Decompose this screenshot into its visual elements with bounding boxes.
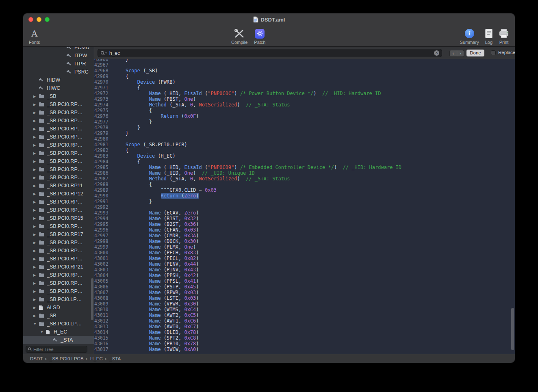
disclosure-closed-icon[interactable]: ▶ [33, 225, 39, 228]
tree-item-pcmd[interactable]: PCMD [23, 47, 94, 52]
code-line[interactable]: 42971 { [94, 85, 515, 91]
code-line[interactable]: 42989 ^^^GFX0.CLID = 0x03 [94, 187, 515, 193]
code-line[interactable]: 42987 Method (_STA, 0, NotSerialized) //… [94, 176, 515, 182]
code-line[interactable]: 43002 Name (PENV, 0x44) [94, 261, 515, 267]
tree-item--sb-pci0-rp17[interactable]: ▶_SB.PCI0.RP17 [23, 230, 94, 238]
disclosure-closed-icon[interactable]: ▶ [33, 249, 39, 253]
code-line[interactable]: 43006 Name (PSTP, 0x45) [94, 284, 515, 290]
tree-item-itpr[interactable]: ITPR [23, 60, 94, 68]
code-line[interactable]: 43013 Name (AWT0, 0xC7) [94, 324, 515, 329]
compile-button[interactable]: Compile [231, 28, 247, 45]
patch-button[interactable]: Patch [254, 28, 265, 45]
disclosure-closed-icon[interactable]: ▶ [33, 265, 39, 269]
clear-search-icon[interactable]: ✕ [434, 50, 439, 56]
tree-item--sb-pci0-rp11[interactable]: ▶_SB.PCI0.RP11 [23, 182, 94, 190]
tree-item--sb-pci0-rp-[interactable]: ▶_SB.PCI0.RP… [23, 287, 94, 295]
code-line[interactable]: 43014 Name (DLED, 0x78) [94, 329, 515, 335]
code-line[interactable]: 42982 { [94, 147, 515, 153]
tree-item--sb-pci0-rp-[interactable]: ▶_SB.PCI0.RP… [23, 149, 94, 157]
code-line[interactable]: 42988 { [94, 182, 515, 187]
code-line[interactable]: 42997 Name (CMDR, 0x3A) [94, 233, 515, 238]
done-button[interactable]: Done [466, 50, 484, 56]
code-line[interactable]: 43008 Name (LSTE, 0x03) [94, 295, 515, 301]
disclosure-closed-icon[interactable]: ▶ [33, 135, 39, 139]
tree-item--sb-pci0-rp-[interactable]: ▶_SB.PCI0.RP… [23, 255, 94, 263]
code-line[interactable]: 42986 Name (_UID, One) // _UID: Unique I… [94, 170, 515, 176]
tree-item--sb-pci0-rp-[interactable]: ▶_SB.PCI0.RP… [23, 125, 94, 133]
disclosure-closed-icon[interactable]: ▶ [33, 127, 39, 131]
code-line[interactable]: 42966 } [94, 59, 515, 62]
search-field[interactable]: ✕ [98, 49, 442, 57]
disclosure-closed-icon[interactable]: ▶ [33, 192, 39, 196]
code-line[interactable]: 43017 Name (IWCW, 0xA0) [94, 347, 515, 352]
code-line[interactable]: 42998 Name (DOCK, 0x30) [94, 238, 515, 244]
log-button[interactable]: Log [485, 28, 492, 45]
tree-item-itpw[interactable]: ITPW [23, 52, 94, 60]
code-line[interactable]: 42991 } [94, 199, 515, 204]
tree-item--sb[interactable]: ▶_SB [23, 312, 94, 320]
tree-item--sb-pci0-rp-[interactable]: ▶_SB.PCI0.RP… [23, 238, 94, 247]
code-line[interactable]: 42990 Return (Zero) [94, 193, 515, 199]
tree-item--sb[interactable]: ▶_SB [23, 92, 94, 100]
sidebar-scrollbar-thumb[interactable] [91, 278, 93, 320]
code-line[interactable]: 42999 Name (PLMX, One) [94, 244, 515, 250]
code-line[interactable]: 43011 Name (AWT2, 0xC5) [94, 312, 515, 318]
tree-item--sb-pci0-rp-[interactable]: ▶_SB.PCI0.RP… [23, 117, 94, 125]
disclosure-closed-icon[interactable]: ▶ [33, 160, 39, 163]
tree-item--sb-pci0-rp-[interactable]: ▶_SB.PCI0.RP… [23, 206, 94, 214]
summary-button[interactable]: i Summary [460, 28, 479, 45]
code-line[interactable]: 42973 Name (PBST, One) [94, 96, 515, 102]
tree-item--sb-pci0-rp-[interactable]: ▶_SB.PCI0.RP… [23, 198, 94, 206]
code-line[interactable]: 42975 { [94, 108, 515, 113]
disclosure-closed-icon[interactable]: ▶ [33, 176, 39, 180]
code-line[interactable]: 43015 Name (SPT2, 0xC8) [94, 335, 515, 341]
editor-scrollbar-thumb[interactable] [511, 308, 514, 350]
code-line[interactable]: 42992 [94, 204, 515, 210]
tree-item-psrc[interactable]: PSRC [23, 68, 94, 76]
code-line[interactable]: 42977 } [94, 119, 515, 125]
filter-tree-field[interactable] [26, 346, 87, 353]
code-line[interactable]: 42979 } [94, 130, 515, 136]
disclosure-closed-icon[interactable]: ▶ [33, 314, 39, 318]
tree-item-alsd[interactable]: ▶ALSD [23, 303, 94, 312]
tree-item--sb-pci0-rp-[interactable]: ▶_SB.PCI0.RP… [23, 247, 94, 255]
code-line[interactable]: 43012 Name (AWT1, 0xC6) [94, 318, 515, 324]
tree-item--sta[interactable]: _STA [23, 336, 94, 344]
replace-checkbox[interactable] [491, 50, 496, 55]
code-line[interactable]: 42970 Device (PWRB) [94, 79, 515, 85]
code-line[interactable]: 42974 Method (_STA, 0, NotSerialized) //… [94, 102, 515, 108]
code-line[interactable]: 42983 Device (H_EC) [94, 153, 515, 159]
tree-item--sb-pci0-rp-[interactable]: ▶_SB.PCI0.RP… [23, 141, 94, 149]
disclosure-closed-icon[interactable]: ▶ [33, 111, 39, 115]
code-line[interactable]: 42993 Name (ECAV, Zero) [94, 210, 515, 216]
code-line[interactable]: 43003 Name (PINV, 0x43) [94, 267, 515, 273]
tree-item-hiwc[interactable]: HIWC [23, 84, 94, 92]
tree-item--sb-pci0-lp-[interactable]: ▼_SB.PCI0.LP… [23, 320, 94, 328]
tree-item--sb-pci0-rp-[interactable]: ▶_SB.PCI0.RP… [23, 271, 94, 279]
breadcrumb-item[interactable]: _STA [109, 356, 121, 361]
tree-item--sb-pci0-rp-[interactable]: ▶_SB.PCI0.RP… [23, 108, 94, 117]
tree-item--sb-pci0-rp15[interactable]: ▶_SB.PCI0.RP15 [23, 214, 94, 222]
code-line[interactable]: 42980 [94, 136, 515, 142]
disclosure-closed-icon[interactable]: ▶ [33, 257, 39, 261]
tree-item-h-ec[interactable]: ▼H_EC [23, 328, 94, 336]
disclosure-closed-icon[interactable]: ▶ [33, 233, 39, 236]
disclosure-closed-icon[interactable]: ▶ [33, 282, 39, 285]
code-line[interactable]: 42968 Scope (_SB) [94, 68, 515, 74]
disclosure-closed-icon[interactable]: ▶ [33, 217, 39, 220]
find-next-button[interactable]: › [457, 50, 464, 56]
disclosure-closed-icon[interactable]: ▶ [33, 152, 39, 155]
code-line[interactable]: 43016 Name (PB10, 0x78) [94, 341, 515, 347]
tree-item--sb-pci0-rp-[interactable]: ▶_SB.PCI0.RP… [23, 157, 94, 165]
breadcrumb-item[interactable]: DSDT [30, 356, 43, 361]
code-line[interactable]: 42978 } [94, 125, 515, 130]
disclosure-closed-icon[interactable]: ▶ [33, 184, 39, 188]
disclosure-closed-icon[interactable]: ▶ [33, 241, 39, 245]
code-line[interactable]: 42994 Name (B1ST, 0x32) [94, 216, 515, 221]
code-line[interactable]: 43010 Name (WTMS, 0xC4) [94, 307, 515, 312]
tree-item--sb-pci0-rp-[interactable]: ▶_SB.PCI0.RP… [23, 173, 94, 182]
disclosure-closed-icon[interactable]: ▶ [33, 290, 39, 293]
disclosure-closed-icon[interactable]: ▶ [33, 119, 39, 123]
breadcrumb-item[interactable]: _SB.PCI0.LPCB [50, 356, 84, 361]
code-line[interactable]: 43005 Name (PPSL, 0x41) [94, 278, 515, 284]
